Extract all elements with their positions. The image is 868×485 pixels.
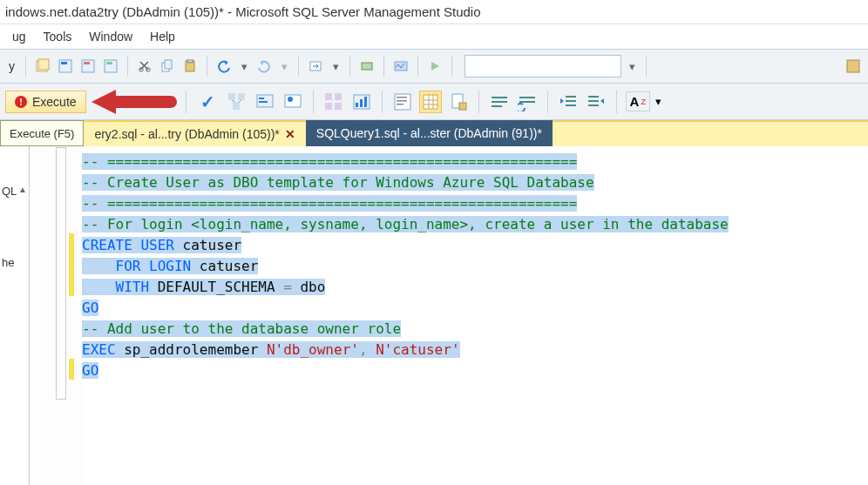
editor-margin <box>30 146 82 485</box>
content-row: QL ▲ he -- =============================… <box>0 146 868 485</box>
outline-expander[interactable] <box>56 147 66 400</box>
play-icon[interactable] <box>425 57 444 76</box>
svg-rect-7 <box>106 62 112 64</box>
client-stats-icon[interactable] <box>350 91 373 113</box>
menu-tools[interactable]: Tools <box>37 26 79 47</box>
left-sql-text: QL <box>2 185 17 198</box>
svg-rect-28 <box>325 103 332 110</box>
code-token: catuser <box>174 237 241 253</box>
code-line: -- =====================================… <box>82 153 577 170</box>
estimated-plan-icon[interactable] <box>226 91 248 113</box>
navigate-icon[interactable] <box>306 57 325 76</box>
svg-rect-51 <box>566 100 576 102</box>
svg-rect-19 <box>238 93 245 100</box>
comment-icon[interactable] <box>488 91 511 113</box>
intellisense-icon[interactable] <box>281 91 304 113</box>
tab-active-label: ery2.sql - al...try (DbAdmin (105))* <box>94 127 279 141</box>
code-line: -- Create User as DBO template for Windo… <box>82 174 594 191</box>
registered-servers-icon[interactable] <box>357 57 376 76</box>
font-a: A <box>630 94 640 109</box>
code-token: CREATE <box>82 237 132 253</box>
indent-decrease-icon[interactable] <box>557 91 580 113</box>
code-token: = <box>283 279 292 295</box>
tab-active[interactable]: ery2.sql - al...try (DbAdmin (105))* ✕ <box>84 120 305 146</box>
navigate-dropdown[interactable]: ▾ <box>329 57 342 76</box>
toolbar-primary: y ▾ ▾ ▾ ▾ <box>0 49 868 84</box>
tab-inactive-label: SQLQuery1.sql - al...ster (DbAdmin (91))… <box>316 126 542 140</box>
results-text-icon[interactable] <box>391 91 414 113</box>
code-token: N'db_owner' <box>267 341 359 358</box>
svg-rect-48 <box>519 97 535 98</box>
code-token: USER <box>132 237 174 253</box>
font-dropdown[interactable]: ▾ <box>655 95 661 108</box>
sql-editor[interactable]: -- =====================================… <box>82 146 868 485</box>
font-z: Z <box>641 98 646 106</box>
svg-rect-20 <box>233 103 240 110</box>
execute-button[interactable]: ! Execute <box>5 91 86 113</box>
code-token: LOGIN <box>140 258 191 274</box>
change-marker-2 <box>69 359 74 380</box>
code-line: GO <box>82 300 98 316</box>
change-marker-1 <box>69 233 74 296</box>
code-token: catuser <box>191 258 258 274</box>
svg-rect-26 <box>325 93 332 100</box>
svg-rect-1 <box>38 59 49 70</box>
menu-window[interactable]: Window <box>82 26 139 47</box>
svg-point-25 <box>288 97 293 102</box>
svg-rect-44 <box>459 103 466 110</box>
svg-rect-50 <box>566 96 576 98</box>
results-grid-icon[interactable] <box>419 91 442 113</box>
svg-rect-32 <box>360 99 363 107</box>
menu-partial-ug[interactable]: ug <box>5 26 33 47</box>
uncomment-icon[interactable] <box>516 91 539 113</box>
svg-rect-24 <box>285 95 301 107</box>
undo-dropdown[interactable]: ▾ <box>237 57 251 76</box>
redo-dropdown[interactable]: ▾ <box>277 57 291 76</box>
paste-icon[interactable] <box>180 57 200 76</box>
undo-icon[interactable] <box>214 57 234 76</box>
svg-rect-18 <box>228 93 235 100</box>
svg-rect-15 <box>362 63 372 70</box>
menu-help[interactable]: Help <box>143 26 182 47</box>
chevron-up-icon: ▲ <box>18 185 27 194</box>
parse-check-icon[interactable]: ✓ <box>195 91 220 112</box>
svg-rect-54 <box>588 100 599 102</box>
find-combo-dropdown[interactable]: ▾ <box>625 57 639 76</box>
code-line: -- Add user to the database owner role <box>82 320 401 337</box>
svg-rect-27 <box>335 93 342 100</box>
code-token: FOR <box>82 258 140 274</box>
analysis-query-icon[interactable] <box>101 57 120 76</box>
find-combo[interactable] <box>465 55 621 77</box>
add-query-icon[interactable] <box>56 57 75 76</box>
object-explorer-pane[interactable]: QL ▲ he <box>0 146 30 485</box>
code-token: DEFAULT_SCHEMA <box>149 279 275 295</box>
query-options-icon[interactable] <box>254 91 276 113</box>
cut-icon[interactable] <box>135 57 154 76</box>
svg-rect-13 <box>187 59 193 63</box>
indent-increase-icon[interactable] <box>585 91 607 113</box>
results-file-icon[interactable] <box>447 91 470 113</box>
toolbar-leading-text: y <box>5 59 18 73</box>
activity-monitor-icon[interactable] <box>391 57 410 76</box>
code-token <box>275 279 284 295</box>
font-size-box[interactable]: A Z <box>626 91 650 111</box>
svg-rect-31 <box>356 103 358 107</box>
svg-rect-35 <box>397 97 407 98</box>
tab-inactive[interactable]: SQLQuery1.sql - al...ster (DbAdmin (91))… <box>306 120 553 146</box>
copy-icon[interactable] <box>158 57 177 76</box>
code-token: sp_addrolemember <box>116 341 259 358</box>
redo-icon[interactable] <box>254 57 274 76</box>
menu-bar: ug Tools Window Help <box>0 24 868 49</box>
svg-rect-5 <box>84 62 90 64</box>
execute-bang-icon: ! <box>15 96 27 108</box>
new-project-icon[interactable] <box>33 57 52 76</box>
tooltip-text: Execute (F5) <box>10 127 74 140</box>
options-icon[interactable] <box>844 57 863 76</box>
include-plan-icon[interactable] <box>322 91 345 113</box>
code-line: -- For login <login_name, sysname, login… <box>82 216 729 232</box>
server-query-icon[interactable] <box>78 57 98 76</box>
close-icon[interactable]: ✕ <box>285 127 295 141</box>
code-token <box>368 341 376 358</box>
execute-tooltip: Execute (F5) <box>0 120 84 146</box>
svg-rect-37 <box>397 104 403 105</box>
